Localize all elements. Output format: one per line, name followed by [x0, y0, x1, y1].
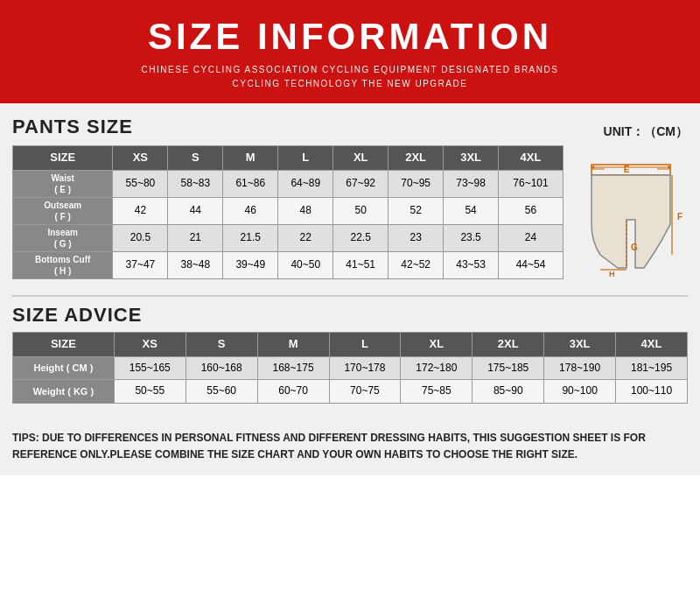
advice-cell: 55~60 [186, 380, 257, 404]
col-size: SIZE [13, 146, 113, 171]
advice-section-title: SIZE ADVICE [12, 304, 688, 327]
svg-text:E: E [624, 165, 630, 174]
pants-cell: 42~52 [388, 251, 444, 278]
advice-cell: 50~55 [114, 380, 186, 404]
pants-cell: 54 [444, 197, 499, 224]
svg-rect-0 [592, 165, 670, 175]
pants-table-row: Bottoms Cuff ( H )37~4738~4839~4940~5041… [13, 251, 564, 278]
pants-row-label: Outseam ( F ) [13, 197, 113, 224]
advice-cell: 181~195 [616, 356, 688, 380]
pants-cell: 23 [388, 224, 444, 251]
pants-unit-label: UNIT：（CM） [604, 124, 688, 140]
subtitle: CHINESE CYCLING ASSOCIATION CYCLING EQUI… [18, 63, 682, 91]
advice-table-header-row: SIZE XS S M L XL 2XL 3XL 4XL [13, 332, 688, 356]
pants-cell: 61~86 [223, 170, 278, 197]
pants-table-row: Waist ( E )55~8058~8361~8664~8967~9270~9… [13, 170, 564, 197]
pants-cell: 46 [223, 197, 278, 224]
pants-table-row: Inseam ( G )20.52121.52222.52323.524 [13, 224, 564, 251]
subtitle-line1: CHINESE CYCLING ASSOCIATION CYCLING EQUI… [142, 65, 559, 74]
advice-cell: 60~70 [257, 380, 329, 404]
pants-row-label: Waist ( E ) [13, 170, 113, 197]
advice-cell: 170~178 [329, 356, 401, 380]
pants-row-label: Bottoms Cuff ( H ) [13, 251, 113, 278]
pants-cell: 42 [113, 197, 168, 224]
tips-text: TIPS: DUE TO DIFFERENCES IN PERSONAL FIT… [12, 432, 646, 461]
pants-section-title: PANTS SIZE [12, 116, 133, 138]
advice-col-xl: XL [401, 332, 472, 356]
pants-diagram-svg: E F G H [578, 163, 683, 277]
advice-col-s: S [186, 332, 257, 356]
advice-row-label: Height ( CM ) [13, 356, 115, 380]
pants-cell: 24 [499, 224, 564, 251]
tips-section: TIPS: DUE TO DIFFERENCES IN PERSONAL FIT… [0, 421, 700, 475]
col-l: L [278, 146, 333, 171]
pants-section: SIZE XS S M L XL 2XL 3XL 4XL Waist ( E )… [12, 145, 688, 288]
svg-text:G: G [631, 243, 638, 252]
pants-diagram: E F G H [574, 145, 688, 277]
col-3xl: 3XL [444, 146, 499, 171]
advice-cell: 70~75 [329, 380, 401, 404]
svg-text:H: H [609, 270, 615, 277]
col-m: M [223, 146, 278, 171]
pants-cell: 44~54 [499, 251, 564, 278]
pants-table-wrapper: SIZE XS S M L XL 2XL 3XL 4XL Waist ( E )… [12, 145, 564, 288]
pants-cell: 44 [168, 197, 223, 224]
advice-cell: 160~168 [186, 356, 257, 380]
advice-col-4xl: 4XL [616, 332, 688, 356]
advice-col-2xl: 2XL [472, 332, 544, 356]
pants-cell: 21.5 [223, 224, 278, 251]
pants-cell: 40~50 [278, 251, 333, 278]
advice-row-label: Weight ( KG ) [13, 380, 115, 404]
advice-col-3xl: 3XL [544, 332, 616, 356]
page-title: SIZE INFORMATION [18, 16, 682, 58]
main-content: PANTS SIZE UNIT：（CM） SIZE XS S M L XL 2X… [0, 103, 700, 421]
pants-cell: 43~53 [444, 251, 499, 278]
pants-cell: 73~98 [444, 170, 499, 197]
pants-cell: 64~89 [278, 170, 333, 197]
advice-section: SIZE ADVICE SIZE XS S M L XL 2XL 3XL 4XL… [12, 304, 688, 404]
pants-cell: 55~80 [113, 170, 168, 197]
advice-cell: 100~110 [616, 380, 688, 404]
advice-cell: 85~90 [472, 380, 544, 404]
pants-cell: 20.5 [113, 224, 168, 251]
pants-cell: 39~49 [223, 251, 278, 278]
advice-cell: 178~190 [544, 356, 616, 380]
pants-cell: 23.5 [444, 224, 499, 251]
advice-cell: 172~180 [401, 356, 472, 380]
advice-col-size: SIZE [13, 332, 115, 356]
pants-cell: 37~47 [113, 251, 168, 278]
col-2xl: 2XL [388, 146, 444, 171]
pants-cell: 58~83 [168, 170, 223, 197]
pants-cell: 67~92 [333, 170, 388, 197]
pants-cell: 41~51 [333, 251, 388, 278]
advice-cell: 168~175 [257, 356, 329, 380]
subtitle-line2: CYCLING TECHNOLOGY THE NEW UPGRADE [233, 79, 468, 88]
pants-row-label: Inseam ( G ) [13, 224, 113, 251]
pants-table-header-row: SIZE XS S M L XL 2XL 3XL 4XL [13, 146, 564, 171]
pants-cell: 56 [499, 197, 564, 224]
pants-cell: 38~48 [168, 251, 223, 278]
col-4xl: 4XL [499, 146, 564, 171]
pants-cell: 50 [333, 197, 388, 224]
advice-cell: 90~100 [544, 380, 616, 404]
pants-header-row: PANTS SIZE UNIT：（CM） [12, 116, 688, 144]
col-xs: XS [113, 146, 168, 171]
pants-cell: 76~101 [499, 170, 564, 197]
pants-table-row: Outseam ( F )4244464850525456 [13, 197, 564, 224]
advice-col-l: L [329, 332, 401, 356]
advice-table-row: Height ( CM )155~165160~168168~175170~17… [13, 356, 688, 380]
pants-cell: 52 [388, 197, 444, 224]
header: SIZE INFORMATION CHINESE CYCLING ASSOCIA… [0, 0, 700, 103]
pants-cell: 22 [278, 224, 333, 251]
advice-table-row: Weight ( KG )50~5555~6060~7070~7575~8585… [13, 380, 688, 404]
col-s: S [168, 146, 223, 171]
advice-col-m: M [257, 332, 329, 356]
section-divider [12, 295, 688, 297]
pants-size-table: SIZE XS S M L XL 2XL 3XL 4XL Waist ( E )… [12, 145, 564, 279]
advice-cell: 75~85 [401, 380, 472, 404]
advice-col-xs: XS [114, 332, 186, 356]
pants-cell: 70~95 [388, 170, 444, 197]
advice-cell: 155~165 [114, 356, 186, 380]
col-xl: XL [333, 146, 388, 171]
pants-cell: 21 [168, 224, 223, 251]
